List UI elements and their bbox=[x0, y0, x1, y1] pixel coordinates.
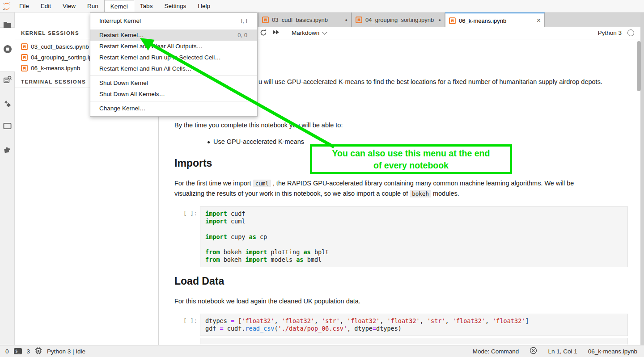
folder-icon[interactable] bbox=[0, 15, 15, 34]
session-name: 03_cudf_basics.ipynb bbox=[31, 43, 89, 50]
open-tabs-icon[interactable] bbox=[0, 116, 15, 136]
tab-03-cudf-basics[interactable]: 03_cudf_basics.ipynb ● bbox=[258, 13, 352, 27]
notebook-icon bbox=[449, 17, 456, 24]
active-filename[interactable]: 06_k-means.ipynb bbox=[588, 348, 637, 355]
terminal-count[interactable]: 0 bbox=[5, 348, 9, 355]
notebook-icon bbox=[21, 54, 28, 61]
menu-tabs[interactable]: Tabs bbox=[134, 0, 159, 12]
left-sidebar-strip bbox=[0, 13, 15, 345]
menubar: File Edit View Run Kernel Tabs Settings … bbox=[0, 0, 644, 13]
command-palette-icon[interactable] bbox=[0, 70, 15, 89]
cursor-position[interactable]: Ln 1, Col 1 bbox=[548, 348, 577, 355]
menu-item-interrupt-kernel[interactable]: Interrupt KernelI, I bbox=[90, 15, 257, 26]
circled-x-icon[interactable] bbox=[530, 347, 537, 356]
menu-item-restart-kernel[interactable]: Restart Kernel…0, 0 bbox=[90, 29, 257, 41]
extensions-puzzle-icon[interactable] bbox=[0, 139, 15, 159]
menu-settings[interactable]: Settings bbox=[158, 0, 192, 12]
menu-kernel[interactable]: Kernel bbox=[104, 0, 134, 12]
menu-separator bbox=[90, 28, 257, 28]
menu-edit[interactable]: Edit bbox=[35, 0, 57, 12]
kernel-count[interactable]: 3 bbox=[27, 348, 30, 355]
notebook-icon bbox=[21, 43, 28, 50]
menu-item-shutdown-all-kernels[interactable]: Shut Down All Kernels… bbox=[90, 88, 257, 100]
cell-prompt: [ ]: bbox=[175, 210, 197, 217]
close-icon[interactable]: × bbox=[537, 17, 541, 24]
tab-label: 03_cudf_basics.ipynb bbox=[272, 17, 328, 23]
session-name: 06_k-means.ipynb bbox=[31, 65, 80, 71]
menu-help[interactable]: Help bbox=[192, 0, 216, 12]
status-bar: 0 $_ 3 Python 3 | Idle Mode: Command Ln … bbox=[0, 345, 644, 357]
terminal-sessions-header: TERMINAL SESSIONS bbox=[21, 79, 86, 84]
fast-forward-icon[interactable] bbox=[272, 29, 280, 37]
kernel-indicator[interactable]: Python 3 bbox=[598, 29, 634, 36]
menu-separator bbox=[90, 76, 257, 76]
jupyter-logo-icon bbox=[0, 0, 13, 12]
load-data-paragraph: For this notebook we load again the clea… bbox=[174, 298, 360, 305]
command-mode-indicator[interactable]: Mode: Command bbox=[473, 348, 519, 355]
refresh-icon[interactable] bbox=[260, 29, 267, 38]
kernel-name: Python 3 bbox=[598, 29, 622, 36]
kernel-session-item[interactable]: 06_k-means.ipynb bbox=[21, 63, 80, 73]
tab-04-grouping-sorting[interactable]: 04_grouping_sorting.ipynb ● bbox=[352, 13, 445, 27]
objectives-bullet-item: Use GPU-accelerated K-means bbox=[208, 138, 304, 145]
menu-item-restart-clear-outputs[interactable]: Restart Kernel and Clear All Outputs… bbox=[90, 41, 257, 52]
menu-item-restart-run-all[interactable]: Restart Kernel and Run All Cells… bbox=[90, 63, 257, 74]
intro-paragraph: u will use GPU-accelerated K-means to fi… bbox=[258, 78, 602, 85]
notebook-icon bbox=[262, 17, 269, 23]
kernel-chip-icon[interactable] bbox=[35, 347, 42, 356]
terminal-badge-icon[interactable]: $_ bbox=[14, 348, 22, 354]
menu-file[interactable]: File bbox=[13, 0, 35, 12]
bullet-icon bbox=[208, 141, 210, 143]
menu-item-shutdown-kernel[interactable]: Shut Down Kernel bbox=[90, 77, 257, 88]
kernel-status-text[interactable]: Python 3 | Idle bbox=[47, 348, 85, 355]
dirty-indicator[interactable]: ● bbox=[439, 18, 441, 22]
cell-type-dropdown[interactable]: Markdown bbox=[292, 29, 326, 36]
tab-label: 04_grouping_sorting.ipynb bbox=[365, 17, 434, 23]
chevron-down-icon bbox=[322, 29, 327, 34]
imports-paragraph-line2: visualizing the results of your work in … bbox=[174, 190, 459, 197]
tab-06-k-means[interactable]: 06_k-means.ipynb × bbox=[445, 13, 545, 28]
status-bar-left: 0 $_ 3 Python 3 | Idle bbox=[0, 347, 85, 356]
panel-edge bbox=[640, 13, 644, 345]
kernel-status-circle-icon bbox=[627, 29, 634, 36]
objectives-lead: By the time you complete this notebook y… bbox=[174, 122, 343, 129]
menu-separator bbox=[90, 101, 257, 101]
property-inspector-gears-icon[interactable] bbox=[0, 94, 15, 113]
cell-type-value: Markdown bbox=[292, 29, 319, 36]
kernel-dropdown-menu: Interrupt KernelI, I Restart Kernel…0, 0… bbox=[90, 13, 258, 117]
shortcut-label: I, I bbox=[241, 17, 247, 24]
notebook-icon bbox=[21, 65, 28, 71]
menu-item-change-kernel[interactable]: Change Kernel… bbox=[90, 103, 257, 114]
kernel-sessions-header: KERNEL SESSIONS bbox=[21, 30, 79, 36]
dirty-indicator[interactable]: ● bbox=[345, 18, 347, 22]
cell-prompt: [ ]: bbox=[175, 317, 197, 324]
kernel-session-item[interactable]: 03_cudf_basics.ipynb bbox=[21, 41, 89, 52]
load-data-heading: Load Data bbox=[174, 275, 224, 287]
status-bar-right: Mode: Command Ln 1, Col 1 06_k-means.ipy… bbox=[473, 347, 644, 356]
notebook-icon bbox=[356, 17, 362, 23]
imports-heading: Imports bbox=[174, 157, 212, 169]
menu-item-restart-run-to-selected[interactable]: Restart Kernel and Run up to Selected Ce… bbox=[90, 52, 257, 63]
code-cell-partial[interactable] bbox=[200, 338, 628, 344]
menu-view[interactable]: View bbox=[57, 0, 81, 12]
running-sessions-icon[interactable] bbox=[0, 39, 15, 59]
code-cell-imports[interactable]: import cudfimport cuml import cupy as cp… bbox=[200, 206, 628, 267]
menu-run[interactable]: Run bbox=[81, 0, 104, 12]
shortcut-label: 0, 0 bbox=[237, 32, 247, 38]
vertical-scrollbar[interactable] bbox=[637, 41, 641, 91]
tab-label: 06_k-means.ipynb bbox=[459, 17, 506, 24]
code-cell-load-data[interactable]: dtypes = ['float32', 'float32', 'str', '… bbox=[200, 314, 628, 336]
imports-paragraph-line1: For the first time we import cuml , the … bbox=[174, 180, 574, 187]
